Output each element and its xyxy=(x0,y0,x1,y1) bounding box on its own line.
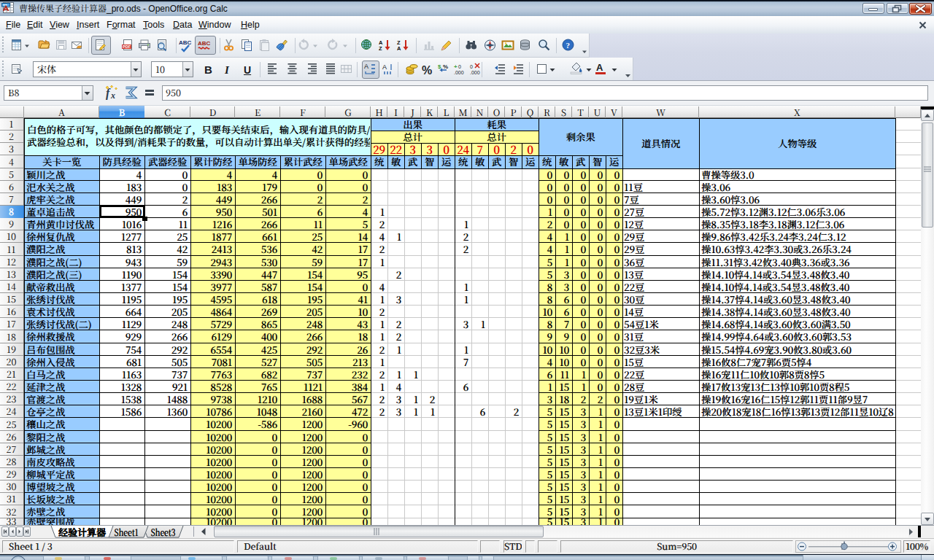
svg-text:x: x xyxy=(110,90,115,101)
svg-text:0: 0 xyxy=(458,64,461,69)
svg-text:0: 0 xyxy=(470,64,473,69)
svg-text:.000: .000 xyxy=(470,70,480,75)
svg-text:A: A xyxy=(596,62,603,73)
svg-text:f: f xyxy=(106,87,111,100)
svg-text:A: A xyxy=(364,63,368,70)
svg-text:PDF: PDF xyxy=(123,44,131,49)
svg-text:Z: Z xyxy=(379,45,382,52)
svg-text:%: % xyxy=(443,63,448,70)
svg-text:ABC: ABC xyxy=(179,39,192,46)
svg-text:.000: .000 xyxy=(454,70,464,75)
svg-text:?: ? xyxy=(566,41,571,50)
svg-text:ABC: ABC xyxy=(198,40,211,47)
svg-text:A: A xyxy=(382,63,387,71)
svg-text:$: $ xyxy=(438,63,441,70)
svg-text:+: + xyxy=(454,63,458,70)
svg-text:A: A xyxy=(397,45,401,52)
